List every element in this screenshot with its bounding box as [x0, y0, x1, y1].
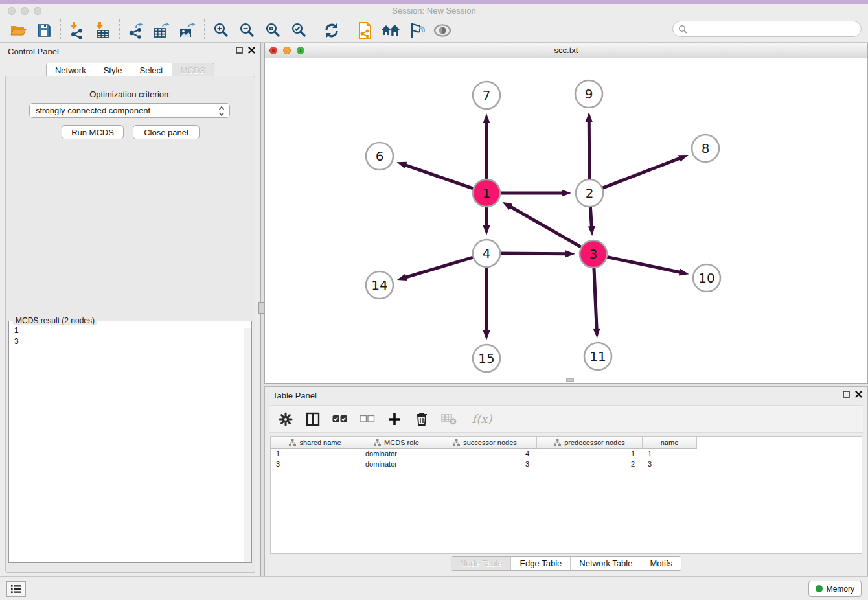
- float-panel-icon[interactable]: [236, 47, 243, 54]
- tab-network-table[interactable]: Network Table: [570, 557, 641, 570]
- tab-motifs[interactable]: Motifs: [641, 557, 681, 570]
- graph-edge-4-14[interactable]: [397, 257, 475, 281]
- column-type-icon: [554, 439, 561, 446]
- edge-arrowhead: [397, 273, 407, 281]
- save-session-button[interactable]: [31, 19, 57, 42]
- node-label: 9: [585, 86, 593, 102]
- float-panel-icon[interactable]: [843, 391, 850, 398]
- task-history-button[interactable]: [6, 581, 26, 597]
- export-network-button[interactable]: [123, 19, 149, 42]
- table-settings-button[interactable]: [277, 411, 294, 428]
- graph-node-15[interactable]: 15: [473, 345, 500, 372]
- search-box[interactable]: [672, 21, 862, 37]
- graph-node-4[interactable]: 4: [473, 240, 500, 267]
- apply-style-button[interactable]: [404, 19, 429, 42]
- node-label: 10: [698, 270, 714, 286]
- zoom-fit-button[interactable]: [260, 19, 286, 42]
- graph-edge-3-10[interactable]: [606, 257, 689, 276]
- checked-boxes-icon: [332, 415, 348, 423]
- network-graph-canvas[interactable]: 1234678910111415: [265, 58, 867, 383]
- column-header-shared-name[interactable]: shared name: [271, 437, 360, 449]
- network-from-clipboard-button[interactable]: [352, 19, 378, 42]
- toolbar-separator: [348, 19, 348, 41]
- select-all-rows-button[interactable]: [332, 411, 348, 428]
- graph-node-3[interactable]: 3: [580, 240, 607, 268]
- tab-mcds[interactable]: MCDS: [172, 63, 214, 77]
- delete-column-button[interactable]: [413, 411, 430, 428]
- edge-arrowhead: [562, 190, 571, 197]
- tab-style[interactable]: Style: [95, 63, 131, 77]
- refresh-icon: [324, 23, 339, 38]
- graph-node-14[interactable]: 14: [366, 271, 393, 299]
- plus-icon: [388, 413, 401, 426]
- table-row[interactable]: 1dominator411: [271, 449, 862, 459]
- graph-edge-1-4[interactable]: [483, 205, 490, 235]
- graph-edge-2-9[interactable]: [586, 112, 593, 181]
- search-input[interactable]: [690, 23, 854, 34]
- graph-node-7[interactable]: 7: [473, 82, 500, 109]
- zoom-out-icon: [239, 23, 255, 38]
- tab-node-table[interactable]: Node Table: [451, 557, 511, 570]
- criterion-dropdown[interactable]: strongly connected component: [29, 103, 230, 118]
- table-row[interactable]: 3dominator323: [271, 459, 862, 470]
- refresh-button[interactable]: [319, 19, 345, 42]
- table-panel: Table Panel: [264, 386, 868, 577]
- show-graphics-details-button[interactable]: [429, 19, 455, 42]
- close-panel-button[interactable]: Close panel: [133, 125, 200, 139]
- tab-edge-table[interactable]: Edge Table: [510, 557, 570, 570]
- home-button[interactable]: [378, 19, 404, 42]
- memory-button[interactable]: Memory: [808, 581, 862, 597]
- show-columns-button[interactable]: [304, 411, 321, 428]
- dropdown-arrows-icon: [218, 106, 225, 117]
- zoom-in-button[interactable]: [208, 19, 234, 42]
- graph-node-9[interactable]: 9: [575, 80, 602, 108]
- run-mcds-button[interactable]: Run MCDS: [62, 125, 124, 139]
- deselect-all-rows-button[interactable]: [359, 411, 376, 428]
- import-table-button[interactable]: [90, 19, 116, 42]
- graph-edge-4-15[interactable]: [483, 266, 490, 340]
- table-cell: dominator: [360, 459, 433, 470]
- graph-edge-1-2[interactable]: [499, 190, 571, 197]
- column-header-label: MCDS role: [384, 439, 419, 446]
- function-builder-button[interactable]: f(x): [468, 411, 496, 428]
- graph-node-2[interactable]: 2: [576, 179, 603, 207]
- column-header-name[interactable]: name: [643, 437, 697, 449]
- zoom-out-button[interactable]: [234, 19, 260, 42]
- optimization-criterion-label: Optimization criterion:: [6, 89, 255, 99]
- export-image-button[interactable]: [175, 19, 201, 42]
- column-header-MCDS-role[interactable]: MCDS role: [360, 437, 433, 449]
- mcds-result-group: MCDS result (2 nodes) 13: [8, 321, 252, 563]
- graph-node-1[interactable]: 1: [473, 179, 500, 207]
- result-scrollbar[interactable]: [244, 328, 251, 562]
- column-header-successor-nodes[interactable]: successor nodes: [433, 437, 537, 449]
- create-column-button[interactable]: [386, 411, 403, 428]
- open-session-button[interactable]: [5, 19, 31, 42]
- graph-node-8[interactable]: 8: [692, 135, 719, 162]
- graph-edge-2-8[interactable]: [601, 155, 689, 189]
- delete-table-button[interactable]: [440, 411, 457, 428]
- graph-edge-1-7[interactable]: [483, 113, 490, 181]
- tab-network[interactable]: Network: [47, 63, 95, 77]
- graph-edge-3-1[interactable]: [502, 202, 582, 248]
- gear-icon: [279, 412, 293, 426]
- graph-edge-3-11[interactable]: [593, 266, 600, 338]
- node-table: shared nameMCDS rolesuccessor nodesprede…: [270, 436, 862, 554]
- export-table-button[interactable]: [149, 19, 175, 42]
- network-frame-titlebar[interactable]: × − + scc.txt: [265, 43, 867, 58]
- graph-node-6[interactable]: 6: [366, 143, 393, 170]
- close-panel-icon[interactable]: [855, 391, 862, 398]
- frame-resize-grip[interactable]: [566, 378, 574, 382]
- graph-edge-2-3[interactable]: [588, 205, 595, 236]
- graph-edge-1-6[interactable]: [396, 162, 475, 189]
- network-frame-title: scc.txt: [265, 45, 867, 55]
- save-icon: [37, 23, 51, 38]
- graph-edge-4-3[interactable]: [499, 250, 575, 257]
- column-header-predecessor-nodes[interactable]: predecessor nodes: [537, 437, 643, 449]
- zoom-selected-button[interactable]: [286, 19, 312, 42]
- close-panel-icon[interactable]: [248, 47, 255, 54]
- column-type-icon: [289, 439, 296, 446]
- graph-node-11[interactable]: 11: [584, 343, 611, 370]
- graph-node-10[interactable]: 10: [693, 264, 720, 292]
- tab-select[interactable]: Select: [131, 63, 172, 77]
- import-network-button[interactable]: [64, 19, 90, 42]
